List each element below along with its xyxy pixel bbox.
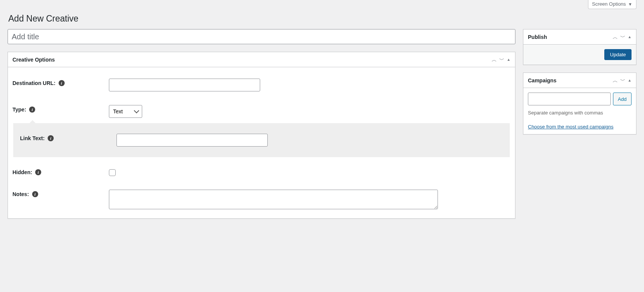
publish-heading: Publish [528, 34, 613, 40]
info-icon[interactable]: i [48, 135, 54, 141]
campaigns-header: Campaigns ︿ ﹀ ▲ [523, 73, 636, 88]
creative-options-box: Creative Options ︿ ﹀ ▲ Destination URL: … [8, 52, 515, 219]
info-icon[interactable]: i [29, 107, 35, 113]
title-input[interactable] [8, 29, 515, 44]
publish-box: Publish ︿ ﹀ ▲ Update [523, 29, 636, 65]
type-label: Type: [12, 107, 26, 113]
chevron-up-icon[interactable]: ︿ [492, 57, 497, 62]
link-text-label: Link Text: [20, 135, 45, 141]
chevron-down-icon[interactable]: ﹀ [499, 57, 504, 62]
collapse-icon[interactable]: ▲ [507, 57, 511, 62]
publish-header: Publish ︿ ﹀ ▲ [523, 29, 636, 45]
chevron-down-icon[interactable]: ﹀ [620, 78, 625, 83]
creative-options-header: Creative Options ︿ ﹀ ▲ [8, 52, 515, 67]
campaigns-heading: Campaigns [528, 77, 613, 83]
collapse-icon[interactable]: ▲ [628, 78, 632, 82]
campaigns-help-text: Separate campaigns with commas [528, 110, 632, 116]
chevron-down-icon[interactable]: ﹀ [620, 34, 625, 40]
destination-url-input[interactable] [109, 79, 260, 91]
chevron-down-icon: ▼ [628, 2, 632, 6]
type-select[interactable]: Text [109, 105, 142, 118]
notes-textarea[interactable] [109, 190, 438, 209]
creative-options-heading: Creative Options [12, 57, 492, 63]
type-sub-panel: Link Text: i [13, 123, 510, 157]
campaigns-box: Campaigns ︿ ﹀ ▲ Add Separate campaigns w… [523, 73, 636, 134]
collapse-icon[interactable]: ▲ [628, 35, 632, 39]
info-icon[interactable]: i [35, 169, 41, 175]
hidden-checkbox[interactable] [109, 169, 116, 176]
screen-options-toggle[interactable]: Screen Options ▼ [588, 0, 637, 9]
update-button[interactable]: Update [604, 49, 632, 60]
hidden-label: Hidden: [12, 169, 32, 175]
chevron-up-icon[interactable]: ︿ [613, 78, 618, 83]
page-title: Add New Creative [8, 14, 636, 24]
choose-campaigns-link[interactable]: Choose from the most used campaigns [528, 124, 613, 130]
add-campaign-button[interactable]: Add [613, 93, 632, 105]
notes-label: Notes: [12, 191, 29, 197]
link-text-input[interactable] [116, 134, 268, 147]
destination-url-label: Destination URL: [12, 80, 56, 86]
info-icon[interactable]: i [32, 191, 38, 197]
screen-options-label: Screen Options [592, 1, 626, 7]
chevron-up-icon[interactable]: ︿ [613, 34, 618, 40]
info-icon[interactable]: i [59, 80, 65, 86]
campaign-input[interactable] [528, 93, 611, 105]
